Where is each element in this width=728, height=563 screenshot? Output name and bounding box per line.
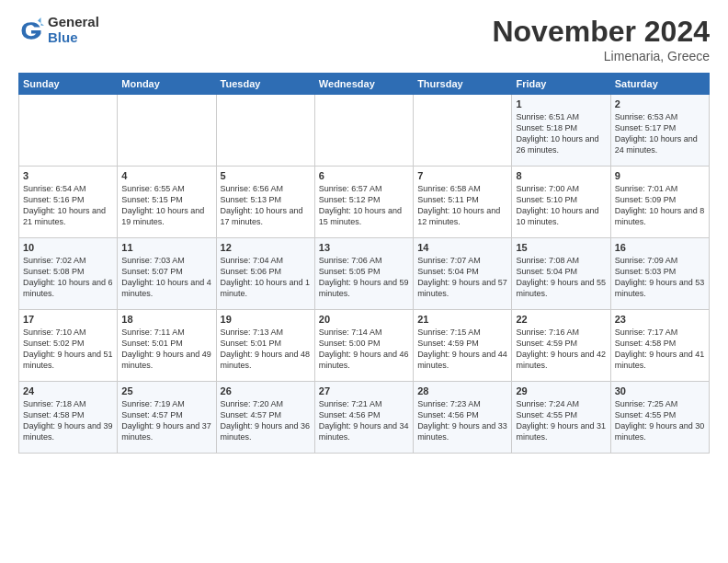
day-number: 8 xyxy=(516,170,606,181)
day-info: Daylight: 9 hours and 42 minutes. xyxy=(516,349,606,371)
day-info: Daylight: 9 hours and 44 minutes. xyxy=(417,349,507,371)
header-friday: Friday xyxy=(512,74,610,95)
day-cell: 25Sunrise: 7:19 AMSunset: 4:57 PMDayligh… xyxy=(118,382,216,454)
day-info: Daylight: 10 hours and 17 minutes. xyxy=(221,205,311,227)
day-cell: 8Sunrise: 7:00 AMSunset: 5:10 PMDaylight… xyxy=(512,167,610,238)
day-info: Sunset: 5:11 PM xyxy=(417,194,507,205)
day-number: 22 xyxy=(516,314,606,325)
day-cell: 23Sunrise: 7:17 AMSunset: 4:58 PMDayligh… xyxy=(610,310,709,382)
header-monday: Monday xyxy=(118,74,216,95)
day-info: Sunrise: 7:17 AM xyxy=(615,327,705,338)
day-number: 5 xyxy=(221,170,311,181)
day-cell: 21Sunrise: 7:15 AMSunset: 4:59 PMDayligh… xyxy=(414,310,512,382)
day-number: 13 xyxy=(319,242,409,253)
day-cell xyxy=(314,95,413,167)
day-info: Sunset: 4:59 PM xyxy=(516,338,606,349)
day-cell: 7Sunrise: 6:58 AMSunset: 5:11 PMDaylight… xyxy=(414,167,512,238)
day-cell: 3Sunrise: 6:54 AMSunset: 5:16 PMDaylight… xyxy=(19,167,118,238)
day-info: Sunset: 5:07 PM xyxy=(121,266,211,277)
day-info: Sunrise: 7:16 AM xyxy=(516,327,606,338)
day-info: Daylight: 9 hours and 31 minutes. xyxy=(516,420,606,442)
day-info: Daylight: 9 hours and 59 minutes. xyxy=(319,277,409,299)
day-info: Daylight: 10 hours and 8 minutes. xyxy=(615,205,705,227)
day-info: Daylight: 10 hours and 19 minutes. xyxy=(121,205,211,227)
day-number: 17 xyxy=(23,314,113,325)
day-number: 21 xyxy=(417,314,507,325)
day-number: 28 xyxy=(417,385,507,396)
day-cell: 14Sunrise: 7:07 AMSunset: 5:04 PMDayligh… xyxy=(414,238,512,310)
day-cell: 11Sunrise: 7:03 AMSunset: 5:07 PMDayligh… xyxy=(118,238,216,310)
day-info: Daylight: 10 hours and 15 minutes. xyxy=(319,205,409,227)
day-info: Daylight: 9 hours and 53 minutes. xyxy=(615,277,705,299)
day-info: Sunset: 4:55 PM xyxy=(615,409,705,420)
day-number: 20 xyxy=(319,314,409,325)
logo-text: General Blue xyxy=(48,15,99,45)
day-number: 29 xyxy=(516,385,606,396)
day-cell: 1Sunrise: 6:51 AMSunset: 5:18 PMDaylight… xyxy=(512,95,610,167)
day-info: Sunset: 4:57 PM xyxy=(221,409,311,420)
day-info: Daylight: 9 hours and 37 minutes. xyxy=(121,420,211,442)
day-info: Daylight: 10 hours and 12 minutes. xyxy=(417,205,507,227)
day-info: Sunset: 5:15 PM xyxy=(121,194,211,205)
day-info: Sunrise: 7:03 AM xyxy=(121,255,211,266)
day-cell: 27Sunrise: 7:21 AMSunset: 4:56 PMDayligh… xyxy=(314,382,413,454)
day-info: Sunrise: 7:09 AM xyxy=(615,255,705,266)
day-number: 23 xyxy=(615,314,705,325)
day-info: Sunrise: 7:15 AM xyxy=(417,327,507,338)
day-cell: 28Sunrise: 7:23 AMSunset: 4:56 PMDayligh… xyxy=(414,382,512,454)
title-block: November 2024 Limenaria, Greece xyxy=(492,15,710,63)
day-info: Sunset: 4:58 PM xyxy=(23,409,113,420)
day-info: Sunrise: 7:06 AM xyxy=(319,255,409,266)
week-row-1: 3Sunrise: 6:54 AMSunset: 5:16 PMDaylight… xyxy=(19,167,710,238)
day-cell: 15Sunrise: 7:08 AMSunset: 5:04 PMDayligh… xyxy=(512,238,610,310)
day-cell: 18Sunrise: 7:11 AMSunset: 5:01 PMDayligh… xyxy=(118,310,216,382)
day-info: Sunrise: 7:18 AM xyxy=(23,398,113,409)
day-info: Daylight: 9 hours and 57 minutes. xyxy=(417,277,507,299)
day-number: 19 xyxy=(221,314,311,325)
day-info: Sunset: 5:03 PM xyxy=(615,266,705,277)
day-number: 11 xyxy=(121,242,211,253)
day-cell xyxy=(19,95,118,167)
day-number: 4 xyxy=(121,170,211,181)
day-number: 15 xyxy=(516,242,606,253)
day-info: Sunset: 4:56 PM xyxy=(319,409,409,420)
day-info: Sunset: 5:04 PM xyxy=(417,266,507,277)
day-info: Sunset: 4:59 PM xyxy=(417,338,507,349)
day-number: 26 xyxy=(221,385,311,396)
day-info: Daylight: 9 hours and 51 minutes. xyxy=(23,349,113,371)
header-thursday: Thursday xyxy=(414,74,512,95)
day-info: Daylight: 10 hours and 6 minutes. xyxy=(23,277,113,299)
day-cell: 10Sunrise: 7:02 AMSunset: 5:08 PMDayligh… xyxy=(19,238,118,310)
day-info: Daylight: 10 hours and 24 minutes. xyxy=(615,133,705,155)
day-info: Daylight: 9 hours and 30 minutes. xyxy=(615,420,705,442)
day-info: Sunrise: 6:55 AM xyxy=(121,183,211,194)
week-row-4: 24Sunrise: 7:18 AMSunset: 4:58 PMDayligh… xyxy=(19,382,710,454)
day-cell: 5Sunrise: 6:56 AMSunset: 5:13 PMDaylight… xyxy=(216,167,314,238)
day-cell: 22Sunrise: 7:16 AMSunset: 4:59 PMDayligh… xyxy=(512,310,610,382)
day-number: 18 xyxy=(121,314,211,325)
day-cell: 2Sunrise: 6:53 AMSunset: 5:17 PMDaylight… xyxy=(610,95,709,167)
day-cell: 24Sunrise: 7:18 AMSunset: 4:58 PMDayligh… xyxy=(19,382,118,454)
day-info: Sunrise: 7:10 AM xyxy=(23,327,113,338)
logo-icon xyxy=(18,17,44,43)
week-row-2: 10Sunrise: 7:02 AMSunset: 5:08 PMDayligh… xyxy=(19,238,710,310)
day-info: Daylight: 9 hours and 49 minutes. xyxy=(121,349,211,371)
day-cell: 16Sunrise: 7:09 AMSunset: 5:03 PMDayligh… xyxy=(610,238,709,310)
day-number: 14 xyxy=(417,242,507,253)
day-info: Sunset: 5:12 PM xyxy=(319,194,409,205)
calendar-table: Sunday Monday Tuesday Wednesday Thursday… xyxy=(18,73,710,454)
day-number: 6 xyxy=(319,170,409,181)
day-cell: 6Sunrise: 6:57 AMSunset: 5:12 PMDaylight… xyxy=(314,167,413,238)
day-info: Daylight: 9 hours and 36 minutes. xyxy=(221,420,311,442)
day-info: Sunset: 5:00 PM xyxy=(319,338,409,349)
day-info: Daylight: 10 hours and 10 minutes. xyxy=(516,205,606,227)
day-info: Sunset: 5:01 PM xyxy=(221,338,311,349)
day-info: Sunrise: 7:01 AM xyxy=(615,183,705,194)
week-row-3: 17Sunrise: 7:10 AMSunset: 5:02 PMDayligh… xyxy=(19,310,710,382)
month-title: November 2024 xyxy=(492,15,710,49)
day-number: 10 xyxy=(23,242,113,253)
day-info: Sunset: 5:13 PM xyxy=(221,194,311,205)
day-info: Daylight: 9 hours and 41 minutes. xyxy=(615,349,705,371)
day-info: Sunrise: 6:51 AM xyxy=(516,111,606,122)
logo: General Blue xyxy=(18,15,99,45)
